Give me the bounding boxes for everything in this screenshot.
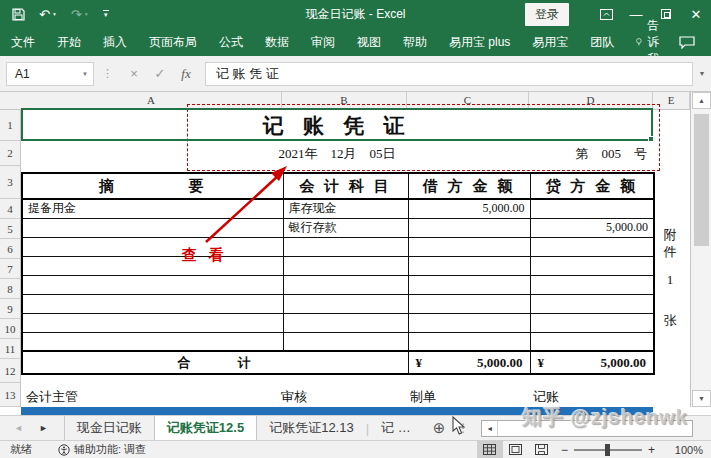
- voucher-row[interactable]: [22, 256, 654, 275]
- attachment-unit: 张: [662, 312, 678, 330]
- zoom-slider[interactable]: [574, 449, 642, 451]
- cancel-icon[interactable]: ×: [121, 66, 147, 81]
- vertical-scrollbar[interactable]: ▲ ▼: [690, 92, 711, 407]
- sheet-tab-cash-journal[interactable]: 现金日记账: [65, 416, 154, 441]
- scroll-up-icon[interactable]: ▲: [692, 92, 711, 109]
- voucher-number: 第 005 号: [576, 145, 648, 163]
- accessibility-status[interactable]: 辅助功能: 调查: [58, 442, 146, 457]
- voucher-row[interactable]: [22, 313, 654, 332]
- formula-bar-expand-icon[interactable]: ▼: [693, 70, 711, 77]
- signature-preparer: 制单: [410, 388, 436, 406]
- hscroll-left-icon[interactable]: ◄: [482, 421, 498, 436]
- total-credit: 5,000.00: [601, 355, 647, 371]
- voucher-row[interactable]: [22, 237, 654, 256]
- row-header-2[interactable]: 2: [0, 141, 21, 166]
- redo-dropdown-icon: ▼: [84, 11, 89, 17]
- row-header-4[interactable]: 4: [0, 199, 21, 219]
- ribbon-tab-view[interactable]: 视图: [346, 28, 392, 56]
- row-header-12[interactable]: 12: [0, 359, 21, 383]
- insert-function-icon[interactable]: fx: [173, 66, 199, 82]
- ribbon-tab-team[interactable]: 团队: [579, 28, 625, 56]
- row-header-13[interactable]: 13: [0, 383, 21, 407]
- zoom-in-icon[interactable]: +: [648, 443, 655, 457]
- ribbon-tab-data[interactable]: 数据: [254, 28, 300, 56]
- save-icon[interactable]: [12, 8, 25, 21]
- voucher-row[interactable]: [22, 275, 654, 294]
- page-layout-icon: [509, 444, 522, 455]
- undo-icon: ↶: [39, 7, 50, 22]
- ribbon-tab-help[interactable]: 帮助: [392, 28, 438, 56]
- sheet-tab-voucher-12-5[interactable]: 记账凭证12.5: [154, 416, 257, 441]
- ribbon-tab-home[interactable]: 开始: [46, 28, 92, 56]
- redo-icon: ↷: [71, 7, 82, 22]
- formula-input[interactable]: 记 账 凭 证: [205, 62, 693, 86]
- voucher-row[interactable]: 提备用金库存现金5,000.00: [22, 199, 654, 218]
- ribbon-display-options-button[interactable]: [591, 0, 621, 28]
- total-credit-cell: ¥5,000.00: [530, 351, 654, 374]
- signature-reviewer: 审核: [281, 388, 307, 406]
- scroll-down-icon[interactable]: ▼: [692, 390, 711, 407]
- attachment-char-1: 附: [662, 226, 678, 244]
- selected-cell-border: [21, 108, 653, 141]
- voucher-header-row: 摘 要 会 计 科 目 借 方 金 额 贷 方 金 额: [22, 173, 654, 199]
- ribbon-tab-insert[interactable]: 插入: [92, 28, 138, 56]
- worksheet-area: A B C D E 1 2 3 4 5 6 7 8 9 10 11 12 13 …: [0, 92, 711, 415]
- voucher-row[interactable]: 银行存款5,000.00: [22, 218, 654, 237]
- tab-scroll-left-icon[interactable]: ◄: [14, 423, 23, 433]
- sheet-tab-truncated[interactable]: 记 …: [369, 416, 423, 441]
- zoom-level[interactable]: 100%: [669, 444, 703, 456]
- header-credit: 贷 方 金 额: [530, 173, 654, 199]
- undo-button[interactable]: ↶▼: [39, 7, 57, 22]
- row-header-9[interactable]: 9: [0, 299, 21, 319]
- zoom-out-icon[interactable]: −: [561, 443, 568, 457]
- vertical-scrollbar-thumb[interactable]: [694, 114, 709, 246]
- voucher-row[interactable]: [22, 294, 654, 313]
- row-header-8[interactable]: 8: [0, 279, 21, 299]
- close-button[interactable]: ✕: [681, 0, 711, 28]
- currency-symbol: ¥: [416, 355, 423, 371]
- total-debit-cell: ¥5,000.00: [408, 351, 530, 374]
- currency-symbol: ¥: [538, 355, 545, 371]
- row-header-6[interactable]: 6: [0, 239, 21, 259]
- accessibility-icon: [58, 444, 70, 456]
- sheet-tab-voucher-12-13[interactable]: 记账凭证12.13: [257, 416, 366, 441]
- comments-button[interactable]: [679, 36, 695, 49]
- zoom-slider-thumb[interactable]: [605, 444, 610, 456]
- row-header-7[interactable]: 7: [0, 259, 21, 279]
- row-header-11[interactable]: 11: [0, 339, 21, 359]
- total-debit: 5,000.00: [477, 355, 523, 371]
- watermark: 知乎 @zjshenwk: [522, 404, 688, 431]
- name-box-dropdown-icon: ▼: [82, 71, 88, 77]
- mouse-cursor: [452, 416, 466, 436]
- login-button[interactable]: 登录: [525, 3, 569, 26]
- new-sheet-icon[interactable]: ⊕: [433, 419, 446, 437]
- row-header-3[interactable]: 3: [0, 166, 21, 199]
- status-mode: 就绪: [10, 442, 32, 457]
- tab-scroll-right-icon[interactable]: ►: [39, 423, 48, 433]
- name-box[interactable]: A1 ▼: [6, 62, 94, 86]
- ribbon-tab-yiyongbao[interactable]: 易用宝: [521, 28, 579, 56]
- ribbon-tab-formulas[interactable]: 公式: [208, 28, 254, 56]
- redo-button[interactable]: ↷▼: [71, 7, 89, 22]
- normal-view-button[interactable]: [477, 441, 503, 458]
- quick-access-toolbar: ↶▼ ↷▼ ▼: [12, 7, 109, 22]
- row-header-5[interactable]: 5: [0, 219, 21, 239]
- voucher-table: 摘 要 会 计 科 目 借 方 金 额 贷 方 金 额 提备用金库存现金5,00…: [21, 172, 655, 375]
- enter-icon[interactable]: ✓: [147, 66, 173, 81]
- fill-handle[interactable]: [648, 136, 654, 142]
- ribbon-tab-review[interactable]: 审阅: [300, 28, 346, 56]
- ribbon-tab-page-layout[interactable]: 页面布局: [138, 28, 208, 56]
- page-break-view-button[interactable]: [529, 441, 555, 458]
- row-header-10[interactable]: 10: [0, 319, 21, 339]
- formula-bar-divider: ⋮: [102, 67, 113, 80]
- total-label: 合 计: [22, 351, 408, 374]
- ribbon-tab-yiyongbao-plus[interactable]: 易用宝 plus: [438, 28, 521, 56]
- ribbon-tab-file[interactable]: 文件: [0, 28, 46, 56]
- attachment-count: 1: [662, 272, 678, 288]
- page-layout-view-button[interactable]: [503, 441, 529, 458]
- row-header-1[interactable]: 1: [0, 110, 21, 141]
- voucher-row[interactable]: [22, 332, 654, 351]
- customize-qat-button[interactable]: ▼: [103, 10, 109, 18]
- page-break-icon: [535, 444, 548, 455]
- formula-bar: A1 ▼ ⋮ × ✓ fx 记 账 凭 证 ▼: [0, 56, 711, 92]
